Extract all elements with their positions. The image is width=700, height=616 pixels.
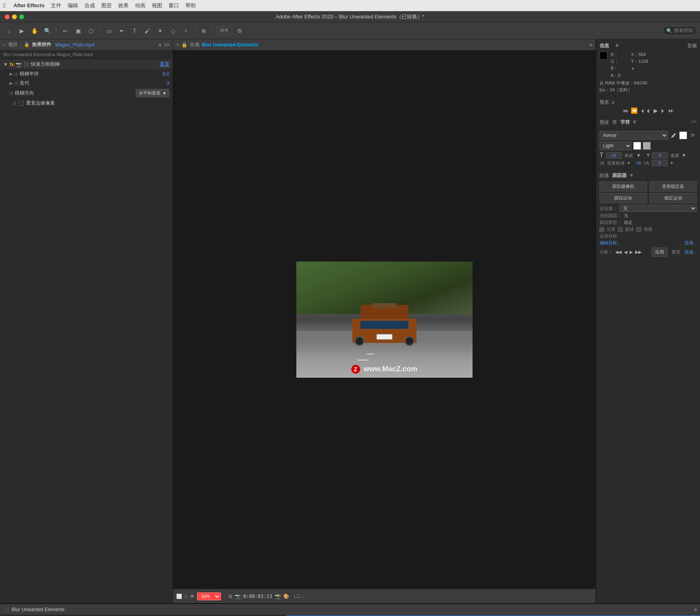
expand-arrow[interactable]: ▼ xyxy=(3,62,8,67)
effect-reset[interactable]: 重置 xyxy=(160,61,169,68)
color-btn[interactable]: 🎨 xyxy=(283,594,289,599)
blur-dir-dropdown[interactable]: 水平和垂直 ▼ xyxy=(136,89,169,97)
mask-btn[interactable]: ⧉ xyxy=(229,594,232,599)
gear-icon[interactable]: ⚙ xyxy=(234,25,245,36)
track-motion-button[interactable]: 跟踪运动 xyxy=(599,193,647,203)
plus-button[interactable]: + xyxy=(631,65,648,72)
presets-tab[interactable]: 预设 xyxy=(599,119,609,126)
close-button[interactable] xyxy=(5,14,10,19)
puppet-tool[interactable]: ✧ xyxy=(180,25,191,36)
clock-icon-repeat[interactable]: ◷ xyxy=(13,101,16,105)
position-checkbox[interactable]: ✓ xyxy=(599,227,604,232)
track-camera-button[interactable]: 跟踪摄像机 xyxy=(599,181,647,191)
font-name-select[interactable]: Avenir xyxy=(599,131,668,140)
home-button[interactable]: ⌂ xyxy=(3,25,14,36)
font-menu-icon[interactable]: ≡ xyxy=(633,119,636,126)
pen-tool[interactable]: ✒ xyxy=(116,25,127,36)
clock-icon-blur[interactable]: ◷ xyxy=(14,72,18,76)
app-name[interactable]: After Effects xyxy=(14,2,44,8)
menu-composition[interactable]: 合成 xyxy=(84,2,95,9)
edit-tool[interactable]: ▣ xyxy=(72,25,84,36)
expand-arrow-iter[interactable]: ▶ xyxy=(10,81,13,85)
library-tab[interactable]: 库 xyxy=(612,119,617,126)
comp-close-x[interactable]: × xyxy=(176,42,179,48)
menu-animation[interactable]: 动画 xyxy=(135,2,145,9)
snapshot-btn[interactable]: ⬜ xyxy=(176,594,182,599)
menu-edit[interactable]: 编辑 xyxy=(68,2,78,9)
rect-tool[interactable]: ▭ xyxy=(103,25,115,36)
menu-window[interactable]: 窗口 xyxy=(169,2,179,9)
indent-down[interactable]: ▼ xyxy=(682,153,686,158)
tracker-menu-icon[interactable]: ≡ xyxy=(630,172,633,179)
preview-menu-icon[interactable]: ≡ xyxy=(611,100,614,105)
analyze-back-btn[interactable]: ◀◀ xyxy=(615,250,622,255)
stabilize-button[interactable]: 稳定运动 xyxy=(650,193,697,203)
minimize-button[interactable] xyxy=(12,14,17,19)
font-color-dark[interactable] xyxy=(643,142,651,150)
motion-source-select[interactable]: 无 xyxy=(620,205,697,212)
preview-step-back-btn[interactable]: ⏴⏴ xyxy=(640,107,651,114)
kerning-input[interactable] xyxy=(652,160,668,166)
photo-btn[interactable]: 📸 xyxy=(275,594,281,599)
menu-help[interactable]: 帮助 xyxy=(185,2,196,9)
preview-last-btn[interactable]: ⏭ xyxy=(668,107,674,114)
font-color-white2[interactable] xyxy=(633,142,641,150)
expand-arrow-blur[interactable]: ▶ xyxy=(10,72,13,76)
select-tool[interactable]: ▶ xyxy=(16,25,27,36)
left-panel-expand-icon[interactable]: >> xyxy=(164,42,169,48)
options-label[interactable]: 选项... xyxy=(684,240,697,246)
brush-tool[interactable]: 🖌 xyxy=(142,25,153,36)
scale-checkbox[interactable] xyxy=(636,227,641,232)
text-tool[interactable]: T xyxy=(129,25,140,36)
roto-tool[interactable]: ⬡ xyxy=(85,25,97,36)
apply-options-label[interactable]: 选项... xyxy=(684,249,697,255)
align-button[interactable]: 对齐 xyxy=(216,26,232,35)
eyedropper-icon[interactable]: 💉 xyxy=(670,131,678,139)
clock-icon-dir[interactable]: ◷ xyxy=(10,91,13,95)
eye-btn[interactable]: 👁 xyxy=(190,594,195,599)
extra-tool[interactable]: ⊕ xyxy=(198,25,209,36)
info-tab[interactable]: 信息 xyxy=(599,42,609,49)
tracker-tab[interactable]: 跟踪器 xyxy=(612,172,627,179)
color-swatch[interactable] xyxy=(599,52,607,60)
clock-icon-iter[interactable]: ◷ xyxy=(14,81,18,85)
repeat-edge-checkbox[interactable] xyxy=(19,101,24,106)
tl-menu-icon[interactable]: ≡ xyxy=(694,607,697,612)
project-tab-close[interactable]: × xyxy=(3,42,6,47)
zoom-tool[interactable]: 🔍 xyxy=(42,25,53,36)
maximize-button[interactable] xyxy=(19,14,24,19)
rotate-checkbox[interactable] xyxy=(618,227,623,232)
blur-radius-value[interactable]: 9.0 xyxy=(163,71,169,77)
project-tab[interactable]: 项目 xyxy=(8,41,18,48)
apply-button[interactable]: 应用 xyxy=(652,248,668,257)
analyze-step-fwd-btn[interactable]: ▶ xyxy=(630,250,633,255)
zoom-dropdown[interactable]: 50% xyxy=(197,592,221,600)
edit-target-label[interactable]: 编辑目标... xyxy=(599,240,621,246)
font-expand-icon[interactable]: >> xyxy=(691,119,697,126)
warp-stabilizer-button[interactable]: 变形稳定器 xyxy=(650,181,697,191)
preview-back-btn[interactable]: ⏪ xyxy=(631,107,638,114)
font-size-input[interactable] xyxy=(606,152,622,159)
font-color-white[interactable] xyxy=(679,131,687,139)
color-swap-icon[interactable]: ⟳ xyxy=(689,131,697,139)
preview-play-btn[interactable]: ▶ xyxy=(654,107,658,114)
menu-layer[interactable]: 图层 xyxy=(101,2,112,9)
analyze-step-back-btn[interactable]: ◀ xyxy=(624,250,627,255)
font-style-select[interactable]: Light xyxy=(599,141,632,150)
tab-menu-icon[interactable]: ≡ xyxy=(616,42,618,49)
search-help-bar[interactable]: 🔍 搜索帮助 xyxy=(663,26,697,35)
kerning-down[interactable]: ▼ xyxy=(670,161,674,165)
menu-view[interactable]: 视图 xyxy=(152,2,162,9)
iterations-value[interactable]: 3 xyxy=(167,81,169,86)
analyze-fwd-btn[interactable]: ▶▶ xyxy=(635,250,642,255)
clone-tool[interactable]: ✦ xyxy=(155,25,166,36)
eraser-tool[interactable]: ◇ xyxy=(167,25,179,36)
preview-step-fwd-btn[interactable]: ⏵ xyxy=(660,107,666,114)
cam-btn[interactable]: 📷 xyxy=(235,594,241,599)
menu-file[interactable]: 文件 xyxy=(51,2,61,9)
font-size-down[interactable]: ▼ xyxy=(636,153,641,158)
audio-tab[interactable]: 音频 xyxy=(687,42,697,49)
para-tab[interactable]: 段落 xyxy=(599,172,609,179)
tracking-down[interactable]: ▼ xyxy=(627,161,631,165)
preview-first-btn[interactable]: ⏮ xyxy=(623,107,628,114)
